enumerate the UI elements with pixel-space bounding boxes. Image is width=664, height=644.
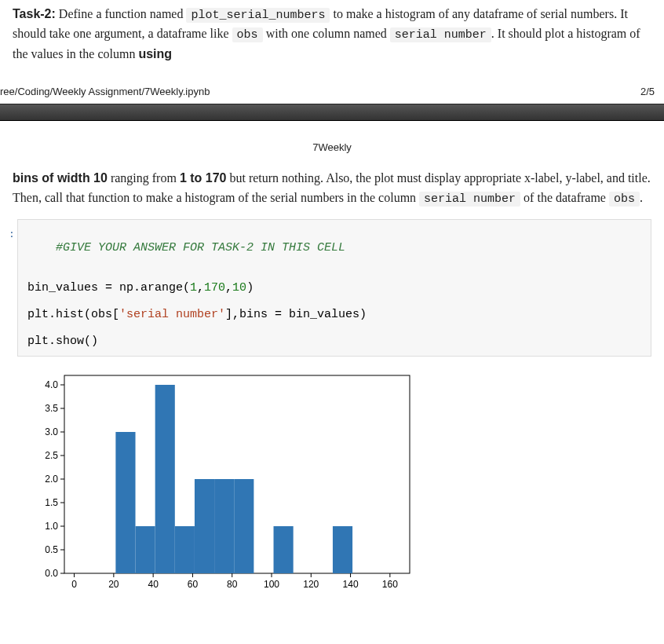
task-intro-block: Task-2: Define a function named plot_ser… [0, 0, 664, 71]
text: ranging from [108, 171, 180, 185]
histogram-output: 0.00.51.01.52.02.53.03.54.00204060801001… [13, 366, 651, 597]
histogram-svg: 0.00.51.01.52.02.53.03.54.00204060801001… [25, 369, 418, 597]
svg-rect-39 [155, 385, 175, 573]
svg-text:0.5: 0.5 [45, 544, 58, 555]
svg-text:2.0: 2.0 [45, 474, 58, 485]
text: with one column named [263, 27, 390, 40]
svg-text:3.5: 3.5 [45, 403, 58, 414]
code-obs-2: obs [609, 192, 640, 207]
task-paragraph-2: bins of width 10 ranging from 1 to 170 b… [13, 169, 651, 208]
page-divider-bar [0, 104, 664, 121]
svg-text:100: 100 [264, 579, 279, 590]
doc-header-title: 7Weekly [13, 141, 651, 153]
code-obs: obs [232, 27, 263, 42]
bold-bins: bins of width 10 [13, 171, 108, 185]
svg-text:1.5: 1.5 [45, 497, 58, 508]
svg-text:120: 120 [303, 579, 319, 590]
code-line-3: plt.show() [27, 335, 98, 348]
text: . [640, 191, 643, 204]
svg-rect-43 [234, 479, 254, 573]
task-paragraph-1: Task-2: Define a function named plot_ser… [13, 5, 651, 64]
svg-rect-38 [136, 526, 155, 573]
code-plot-serial-numbers: plot_serial_numbers [186, 8, 330, 23]
svg-text:160: 160 [382, 579, 398, 590]
svg-text:4.0: 4.0 [45, 379, 58, 390]
page-footer: ree/Coding/Weekly Assignment/7Weekly.ipy… [0, 71, 664, 104]
svg-text:140: 140 [343, 579, 359, 590]
code-line-2: plt.hist(obs['serial number'],bins = bin… [27, 308, 367, 321]
text: Define a function named [56, 7, 187, 20]
svg-text:0.0: 0.0 [45, 568, 58, 579]
svg-rect-40 [175, 526, 195, 573]
svg-rect-44 [274, 526, 294, 573]
svg-rect-45 [333, 526, 352, 573]
code-serial-number: serial number [390, 27, 491, 42]
bold-range: 1 to 170 [180, 171, 227, 185]
svg-text:2.5: 2.5 [45, 450, 58, 461]
code-serial-number-2: serial number [419, 192, 520, 207]
cell-prompt-icon: : [9, 228, 15, 240]
file-path: ree/Coding/Weekly Assignment/7Weekly.ipy… [0, 86, 210, 97]
text: of the dataframe [520, 191, 609, 204]
svg-text:1.0: 1.0 [45, 521, 58, 532]
svg-rect-41 [195, 479, 214, 573]
svg-text:40: 40 [148, 579, 159, 590]
code-comment: #GIVE YOUR ANSWER FOR TASK-2 IN THIS CEL… [56, 241, 345, 254]
svg-rect-42 [214, 479, 234, 573]
code-cell[interactable]: :#GIVE YOUR ANSWER FOR TASK-2 IN THIS CE… [17, 219, 651, 357]
task-label: Task-2: [13, 7, 56, 20]
svg-text:80: 80 [227, 579, 238, 590]
svg-text:20: 20 [108, 579, 119, 590]
svg-text:3.0: 3.0 [45, 426, 58, 437]
svg-text:0: 0 [71, 579, 77, 590]
svg-rect-37 [115, 432, 135, 573]
code-line-1: bin_values = np.arange(1,170,10) [27, 281, 254, 295]
page-number: 2/5 [640, 86, 655, 97]
svg-text:60: 60 [188, 579, 199, 590]
bold-using: using [138, 47, 172, 60]
